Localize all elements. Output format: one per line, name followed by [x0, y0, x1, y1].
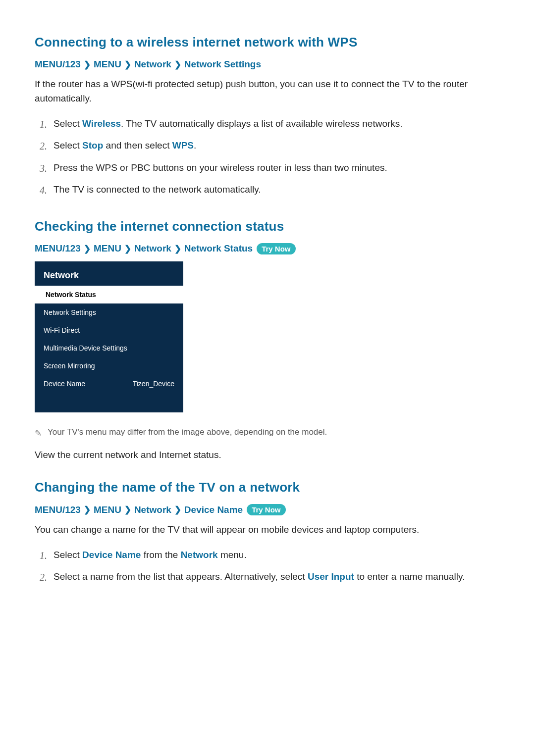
section-status: Checking the internet connection status … [35, 219, 503, 462]
steps-list: Select Device Name from the Network menu… [40, 544, 503, 588]
chevron-right-icon: ❯ [124, 504, 131, 515]
accent-term: User Input [308, 571, 354, 582]
note-text: Your TV's menu may differ from the image… [48, 427, 327, 437]
step: Select Stop and then select WPS. [40, 135, 503, 157]
body-text: You can change a name for the TV that wi… [35, 522, 503, 537]
heading: Checking the internet connection status [35, 219, 503, 234]
menu-item-label: Network Status [46, 291, 96, 299]
try-now-button[interactable]: Try Now [257, 243, 295, 254]
accent-term: Device Name [82, 550, 141, 560]
chevron-right-icon: ❯ [84, 504, 91, 515]
menu-item[interactable]: Network Status [35, 286, 183, 303]
menu-item-label: Multimedia Device Settings [44, 344, 127, 352]
menu-item[interactable]: Screen Mirroring [35, 357, 183, 375]
accent-term: WPS [172, 140, 194, 151]
crumb[interactable]: MENU [94, 59, 121, 70]
step: Select a name from the list that appears… [40, 566, 503, 588]
breadcrumb: MENU/123 ❯ MENU ❯ Network ❯ Device Name … [35, 504, 503, 515]
chevron-right-icon: ❯ [124, 59, 131, 70]
step: Select Wireless. The TV automatically di… [40, 113, 503, 135]
crumb[interactable]: MENU [94, 504, 121, 515]
accent-term: Stop [82, 140, 103, 151]
crumb[interactable]: Network Status [184, 243, 253, 254]
crumb[interactable]: MENU/123 [35, 59, 81, 70]
chevron-right-icon: ❯ [174, 504, 181, 515]
note-icon: ✎ [35, 428, 42, 439]
crumb[interactable]: Device Name [184, 504, 243, 515]
chevron-right-icon: ❯ [84, 59, 91, 70]
crumb[interactable]: Network [134, 59, 171, 70]
menu-item-label: Screen Mirroring [44, 362, 95, 370]
accent-term: Wireless [82, 118, 121, 129]
intro-text: If the router has a WPS(wi-fi protected … [35, 77, 503, 106]
network-menu-panel: Network Network StatusNetwork SettingsWi… [35, 261, 183, 412]
try-now-button[interactable]: Try Now [247, 504, 285, 515]
menu-item-label: Wi-Fi Direct [44, 326, 80, 334]
breadcrumb: MENU/123 ❯ MENU ❯ Network ❯ Network Sett… [35, 59, 503, 70]
menu-item-label: Network Settings [44, 308, 96, 316]
chevron-right-icon: ❯ [124, 244, 131, 254]
crumb[interactable]: MENU [94, 243, 121, 254]
chevron-right-icon: ❯ [174, 59, 181, 70]
crumb[interactable]: Network [134, 504, 171, 515]
body-text: View the current network and Internet st… [35, 448, 503, 462]
menu-title: Network [35, 261, 183, 286]
crumb[interactable]: MENU/123 [35, 243, 81, 254]
heading: Connecting to a wireless internet networ… [35, 35, 503, 50]
menu-item[interactable]: Device NameTizen_Device [35, 375, 183, 393]
crumb[interactable]: Network [134, 243, 171, 254]
accent-term: Network [181, 550, 218, 560]
step: Select Device Name from the Network menu… [40, 544, 503, 566]
menu-item[interactable]: Multimedia Device Settings [35, 339, 183, 357]
menu-item-label: Device Name [44, 380, 85, 388]
crumb[interactable]: MENU/123 [35, 504, 81, 515]
chevron-right-icon: ❯ [84, 244, 91, 254]
crumb[interactable]: Network Settings [184, 59, 261, 70]
menu-item[interactable]: Network Settings [35, 303, 183, 321]
section-wps: Connecting to a wireless internet networ… [35, 35, 503, 201]
menu-item-value: Tizen_Device [133, 380, 174, 388]
heading: Changing the name of the TV on a network [35, 480, 503, 495]
note: ✎ Your TV's menu may differ from the ima… [35, 427, 503, 439]
steps-list: Select Wireless. The TV automatically di… [40, 113, 503, 201]
step: The TV is connected to the network autom… [40, 179, 503, 201]
step: Press the WPS or PBC buttons on your wir… [40, 157, 503, 179]
breadcrumb: MENU/123 ❯ MENU ❯ Network ❯ Network Stat… [35, 243, 503, 254]
menu-item[interactable]: Wi-Fi Direct [35, 321, 183, 339]
section-device-name: Changing the name of the TV on a network… [35, 480, 503, 588]
chevron-right-icon: ❯ [174, 244, 181, 254]
